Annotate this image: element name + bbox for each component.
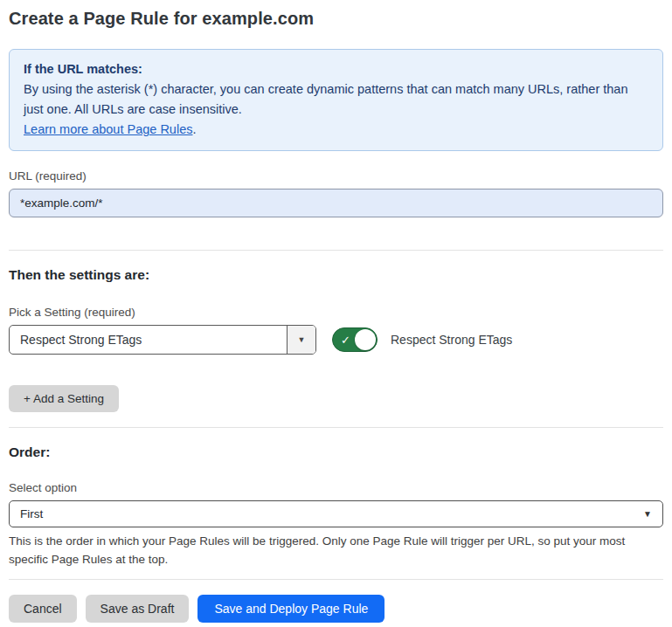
etags-toggle[interactable]: ✓ xyxy=(332,327,378,352)
cancel-button[interactable]: Cancel xyxy=(9,595,77,623)
order-select-value: First xyxy=(20,507,43,520)
setting-select-value: Respect Strong ETags xyxy=(10,326,287,354)
order-heading: Order: xyxy=(9,444,663,460)
save-deploy-button[interactable]: Save and Deploy Page Rule xyxy=(197,595,384,623)
info-box-body: By using the asterisk (*) character, you… xyxy=(24,79,648,120)
setting-row: Respect Strong ETags ▼ ✓ Respect Strong … xyxy=(9,325,663,355)
toggle-knob xyxy=(355,329,376,350)
setting-select[interactable]: Respect Strong ETags ▼ xyxy=(9,325,316,355)
settings-heading: Then the settings are: xyxy=(9,267,663,283)
toggle-label: Respect Strong ETags xyxy=(391,333,512,347)
divider xyxy=(9,579,663,580)
footer-actions: Cancel Save as Draft Save and Deploy Pag… xyxy=(9,595,663,623)
add-setting-button[interactable]: + Add a Setting xyxy=(9,385,119,412)
setting-picker-label: Pick a Setting (required) xyxy=(9,306,663,319)
chevron-down-icon: ▼ xyxy=(643,510,652,519)
page-title: Create a Page Rule for example.com xyxy=(9,9,663,29)
url-field-label: URL (required) xyxy=(9,169,663,183)
chevron-down-icon: ▼ xyxy=(298,336,306,344)
info-box-heading: If the URL matches: xyxy=(24,59,648,79)
order-select-label: Select option xyxy=(9,481,663,494)
check-icon: ✓ xyxy=(341,334,350,346)
save-draft-button[interactable]: Save as Draft xyxy=(86,595,190,623)
link-suffix: . xyxy=(192,122,196,136)
order-help-text: This is the order in which your Page Rul… xyxy=(9,532,663,568)
order-select[interactable]: First ▼ xyxy=(9,500,663,527)
info-box-link-line: Learn more about Page Rules. xyxy=(24,120,648,140)
divider xyxy=(9,250,663,251)
learn-more-link[interactable]: Learn more about Page Rules xyxy=(24,122,192,136)
page-rule-form: Create a Page Rule for example.com If th… xyxy=(0,0,672,623)
setting-select-arrow-button[interactable]: ▼ xyxy=(287,326,315,354)
url-input[interactable] xyxy=(9,189,663,217)
url-match-info-box: If the URL matches: By using the asteris… xyxy=(9,49,663,151)
divider xyxy=(9,427,663,428)
